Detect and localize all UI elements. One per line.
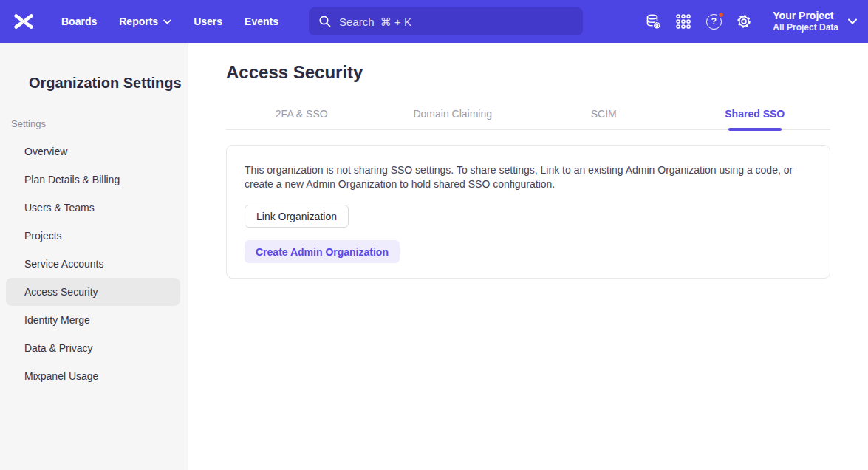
create-admin-organization-button[interactable]: Create Admin Organization: [245, 240, 400, 263]
sidebar-item-access-security[interactable]: Access Security: [6, 278, 180, 306]
project-switcher-text: Your Project All Project Data: [773, 10, 838, 33]
nav-item-events[interactable]: Events: [245, 16, 278, 27]
tab-label: 2FA & SSO: [276, 108, 328, 120]
page-title: Access Security: [226, 62, 830, 83]
shared-sso-card: This organization is not sharing SSO set…: [226, 145, 830, 279]
mixpanel-logo-icon[interactable]: [13, 11, 35, 32]
help-icon[interactable]: ?: [705, 13, 722, 30]
tab-label: SCIM: [591, 108, 617, 120]
search-icon: [318, 15, 332, 28]
global-search[interactable]: [309, 7, 583, 35]
sidebar-item-overview[interactable]: Overview: [6, 137, 180, 166]
tab-label: Shared SSO: [725, 108, 785, 120]
nav-item-users[interactable]: Users: [194, 16, 222, 27]
sidebar-title: Organization Settings: [29, 75, 188, 92]
tab-shared-sso[interactable]: Shared SSO: [680, 106, 831, 129]
main-content: Access Security 2FA & SSO Domain Claimin…: [189, 43, 868, 470]
active-tab-underline: [728, 128, 782, 131]
nav-item-label: Events: [245, 16, 278, 27]
nav-item-reports[interactable]: Reports: [119, 16, 171, 27]
nav-item-label: Boards: [61, 16, 97, 27]
sidebar-item-plan-details-billing[interactable]: Plan Details & Billing: [6, 166, 180, 194]
tab-2fa-sso[interactable]: 2FA & SSO: [226, 106, 377, 129]
sidebar-item-mixpanel-usage[interactable]: Mixpanel Usage: [6, 362, 180, 390]
project-name: Your Project: [773, 10, 838, 22]
nav-item-label: Users: [194, 16, 222, 27]
tab-domain-claiming[interactable]: Domain Claiming: [377, 106, 529, 129]
sidebar-item-data-privacy[interactable]: Data & Privacy: [6, 334, 180, 362]
navbar-actions: ? Your Project All Project Data: [644, 0, 857, 43]
sidebar-item-users-teams[interactable]: Users & Teams: [6, 194, 180, 222]
sidebar-item-projects[interactable]: Projects: [6, 222, 180, 250]
chevron-down-icon: [163, 19, 171, 24]
project-data-scope: All Project Data: [773, 22, 838, 33]
apps-grid-icon[interactable]: [674, 13, 692, 30]
nav-item-boards[interactable]: Boards: [61, 16, 97, 27]
top-navbar: Boards Reports Users Events: [0, 0, 868, 43]
access-security-tabs: 2FA & SSO Domain Claiming SCIM Shared SS…: [226, 106, 830, 130]
tab-scim[interactable]: SCIM: [528, 106, 680, 129]
tab-label: Domain Claiming: [413, 108, 492, 120]
shared-sso-description: This organization is not sharing SSO set…: [245, 163, 806, 191]
data-management-icon[interactable]: [644, 13, 662, 30]
sidebar-item-identity-merge[interactable]: Identity Merge: [6, 306, 180, 334]
search-input[interactable]: [309, 7, 583, 35]
project-switcher[interactable]: Your Project All Project Data: [773, 10, 857, 33]
notification-dot: [717, 11, 725, 18]
settings-gear-icon[interactable]: [735, 13, 753, 30]
nav-item-label: Reports: [119, 16, 158, 27]
nav-links: Boards Reports Users Events: [61, 16, 278, 27]
sidebar-item-service-accounts[interactable]: Service Accounts: [6, 250, 180, 278]
chevron-down-icon: [848, 18, 857, 24]
link-organization-button[interactable]: Link Organization: [245, 205, 349, 228]
settings-sidebar: Organization Settings Settings Overview …: [0, 43, 188, 470]
sidebar-section-label: Settings: [11, 118, 188, 129]
